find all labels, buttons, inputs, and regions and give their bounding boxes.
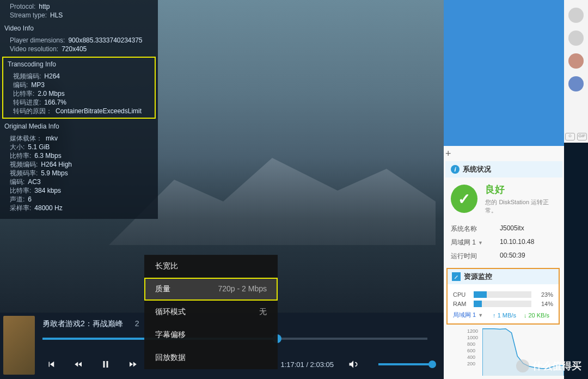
video-player-region: Protocol:http Stream type:HLS Video Info… <box>0 0 444 379</box>
movie-title-row: 勇敢者游戏2：再战巅峰 2 <box>42 319 139 329</box>
net-lan-dropdown[interactable]: 局域网 1▼ <box>453 311 483 319</box>
prev-button[interactable] <box>42 356 60 373</box>
add-widget-button[interactable]: + <box>445 148 451 160</box>
protocol-value: http <box>39 2 50 11</box>
contact-avatar[interactable] <box>568 30 584 46</box>
stream-type-value: HLS <box>50 11 63 20</box>
settings-menu: 长宽比 质量720p - 2 Mbps 循环模式无 字幕偏移 回放数据 <box>144 255 278 369</box>
lan-dropdown[interactable]: 局域网 1▼ <box>451 238 500 247</box>
menu-playback-data[interactable]: 回放数据 <box>144 346 278 369</box>
video-scenery <box>109 136 436 245</box>
transcoding-header: Transcoding Info <box>3 58 155 70</box>
video-info-header: Video Info <box>0 22 158 34</box>
contact-avatar[interactable] <box>568 8 584 23</box>
chevron-down-icon: ▼ <box>478 240 483 246</box>
info-icon: i <box>451 165 460 174</box>
emoji-icon[interactable]: ☺ <box>565 133 575 140</box>
transcoding-highlight: Transcoding Info 视频编码:H264 编码:MP3 比特率:2.… <box>2 57 156 119</box>
menu-subtitle-offset[interactable]: 字幕偏移 <box>144 323 278 346</box>
protocol-label: Protocol: <box>10 2 35 11</box>
stream-type-label: Stream type: <box>10 11 47 20</box>
dimensions-label: Player dimensions: <box>10 36 65 45</box>
cpu-percent: 23% <box>536 291 553 298</box>
time-display: 1:17:01 / 2:03:05 <box>280 360 334 369</box>
pause-button[interactable] <box>97 356 114 373</box>
chat-toolbar: ☺ GIF <box>564 132 588 142</box>
dimensions-value: 900x885.3333740234375 <box>68 36 142 45</box>
watermark: 什么值得买 <box>516 359 581 372</box>
movie-poster-thumb[interactable] <box>3 316 35 375</box>
cpu-label: CPU <box>453 291 474 298</box>
system-status-header[interactable]: i 系统状况 <box>445 161 562 178</box>
status-good-label: 良好 <box>485 183 557 196</box>
status-subtitle: 您的 DiskStation 运转正常。 <box>485 198 557 215</box>
movie-title: 勇敢者游戏2：再战巅峰 <box>42 319 123 328</box>
volume-knob[interactable] <box>428 360 436 368</box>
cpu-meter <box>474 291 531 298</box>
volume-slider[interactable] <box>378 363 433 365</box>
check-icon: ✓ <box>458 190 470 208</box>
ram-meter <box>474 301 531 307</box>
media-info-header: Original Media Info <box>0 120 158 132</box>
menu-quality[interactable]: 质量720p - 2 Mbps <box>144 278 278 301</box>
upload-speed: ↑ 1 MB/s <box>493 312 516 319</box>
forward-button[interactable] <box>124 356 142 373</box>
rewind-button[interactable] <box>70 356 87 373</box>
ram-percent: 14% <box>536 301 553 307</box>
gif-icon[interactable]: GIF <box>577 133 587 140</box>
contact-avatar[interactable] <box>568 76 584 91</box>
contact-avatar[interactable] <box>568 53 584 69</box>
resource-monitor-header[interactable]: ⟋ 资源监控 <box>448 269 559 284</box>
volume-icon[interactable] <box>345 356 362 373</box>
status-ok-icon: ✓ <box>451 185 477 213</box>
chart-y-ticks: 12001000800600400200 <box>467 328 478 367</box>
resolution-label: Video resolution: <box>10 45 58 53</box>
resolution-value: 720x405 <box>62 45 87 53</box>
menu-aspect-ratio[interactable]: 长宽比 <box>144 255 278 278</box>
chevron-down-icon: ▼ <box>478 313 483 318</box>
resource-monitor-widget: ⟋ 资源监控 CPU 23% RAM 14% 局域网 1▼ ↑ 1 MB/s ↓… <box>446 268 560 325</box>
ram-label: RAM <box>453 301 474 307</box>
menu-loop[interactable]: 循环模式无 <box>144 301 278 323</box>
system-status-widget: i 系统状况 ✓ 良好 您的 DiskStation 运转正常。 系统名称J50… <box>445 161 562 265</box>
pulse-icon: ⟋ <box>452 272 461 281</box>
movie-year-partial: 2 <box>135 319 139 328</box>
download-speed: ↓ 20 KB/s <box>524 312 549 319</box>
watermark-logo-icon <box>516 359 529 372</box>
debug-info-overlay: Protocol:http Stream type:HLS Video Info… <box>0 0 158 219</box>
chat-contacts-strip <box>564 0 588 143</box>
volume-fill <box>378 363 433 365</box>
